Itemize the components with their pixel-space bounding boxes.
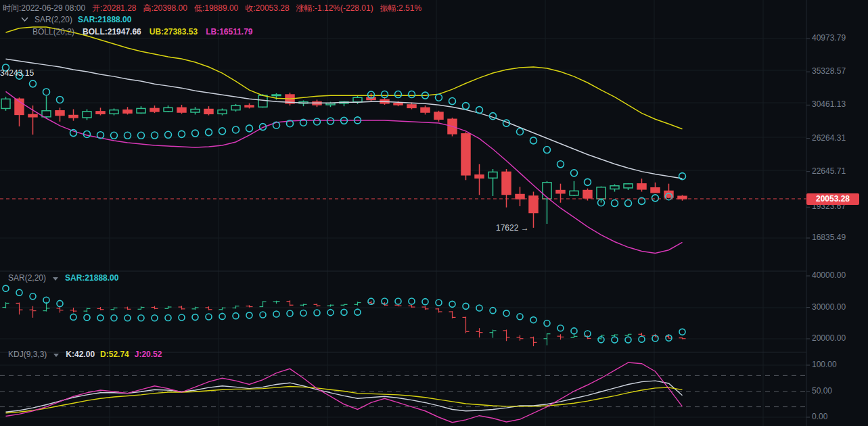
axis-tick-label: 0.00 [812, 412, 827, 421]
axis-tick-label: 20000.00 [812, 333, 846, 343]
axis-tick-label: 26264.31 [812, 133, 846, 143]
axis-tick-label: 16835.49 [812, 233, 846, 242]
ohlc-info-bar: 时间:2022-06-29 08:00 开:20281.28 高:20398.0… [3, 3, 421, 14]
boll-ub-value: UB:27383.53 [150, 27, 198, 37]
amplitude-value: 振幅:2.51% [380, 3, 421, 14]
high-value: 高:20398.00 [143, 3, 187, 14]
boll-lb-value: LB:16511.79 [206, 27, 252, 37]
open-value: 开:20281.28 [92, 3, 136, 14]
axis-tick-label: 40973.79 [812, 33, 846, 43]
boll-mid-value: BOLL:21947.66 [83, 27, 141, 37]
axis-tick-label: 50.00 [812, 386, 832, 396]
chevron-down-icon[interactable] [20, 15, 29, 24]
dropdown-arrow-icon[interactable] [53, 277, 58, 281]
boll-legend[interactable]: BOLL(20,2) BOLL:21947.66 UB:27383.53 LB:… [32, 27, 253, 37]
sar-indicator-value: SAR:21888.00 [78, 15, 131, 24]
chart-canvas[interactable] [0, 0, 868, 426]
main-sar-legend[interactable]: SAR(2,20) SAR:21888.00 [20, 15, 131, 24]
close-value: 收:20053.28 [245, 3, 289, 14]
trading-chart-app: 40973.7935328.5730461.1326264.3122645.71… [0, 0, 868, 426]
axis-tick-label: 30461.13 [812, 99, 846, 109]
kdj-pane-label: KDJ(9,3,3) [8, 350, 47, 359]
dropdown-arrow-icon[interactable] [53, 354, 59, 357]
low-value: 低:19889.00 [194, 3, 238, 14]
sar-indicator-label: SAR(2,20) [35, 15, 72, 24]
sar-pane-value: SAR:21888.00 [65, 273, 118, 283]
kdj-j-value: J:20.52 [135, 350, 162, 359]
boll-indicator-label: BOLL(20,2) [32, 27, 74, 37]
time-label: 时间:2022-06-29 08:00 [3, 3, 85, 14]
high-price-annotation: 34243.15 [0, 68, 34, 78]
kdj-pane-header[interactable]: KDJ(9,3,3) K:42.00 D:52.74 J:20.52 [8, 350, 162, 359]
axis-tick-label: 100.00 [812, 360, 837, 369]
change-value: 涨幅:-1.12%(-228.01) [296, 3, 373, 14]
sar-pane-header[interactable]: SAR(2,20) SAR:21888.00 [8, 273, 118, 283]
axis-tick-label: 40000.00 [812, 270, 846, 280]
axis-tick-label: 35328.57 [812, 66, 846, 76]
axis-tick-label: 30000.00 [812, 302, 846, 312]
kdj-d-value: D:52.74 [100, 350, 129, 359]
kdj-k-value: K:42.00 [66, 350, 95, 359]
axis-tick-label: 22645.71 [812, 166, 846, 176]
last-price-badge: 20053.28 [806, 193, 859, 205]
sar-pane-label: SAR(2,20) [8, 273, 46, 283]
low-price-annotation: 17622 → [496, 223, 529, 233]
